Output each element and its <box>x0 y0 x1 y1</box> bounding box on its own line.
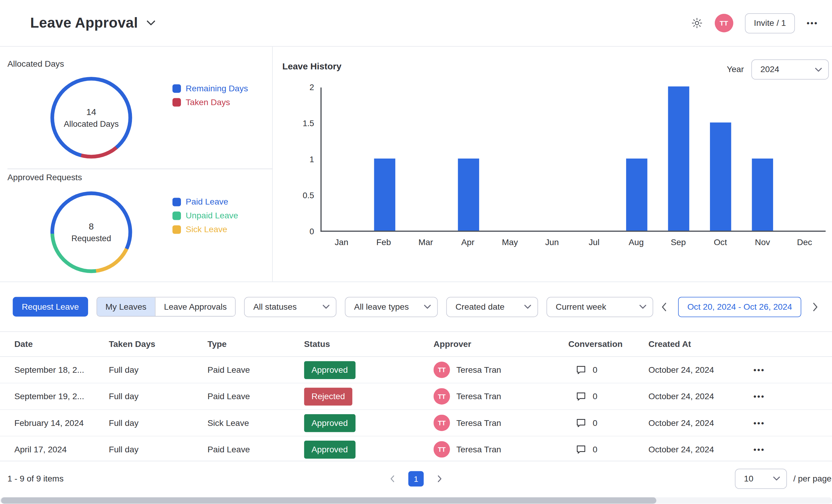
table-header-row: DateTaken DaysTypeStatusApproverConversa… <box>0 332 832 357</box>
legend-swatch <box>173 98 181 107</box>
chart-column <box>784 87 826 231</box>
horizontal-scrollbar <box>0 497 832 504</box>
next-week-button[interactable] <box>813 303 817 311</box>
bar-plot <box>320 87 826 231</box>
approved-legend: Paid LeaveUnpaid LeaveSick Leave <box>173 197 238 234</box>
page-1-button[interactable]: 1 <box>408 471 423 486</box>
chart-column <box>658 87 700 231</box>
approver-name: Teresa Tran <box>456 365 501 374</box>
next-page-button[interactable] <box>437 475 442 482</box>
x-tick-label: Oct <box>699 237 742 247</box>
status-badge[interactable]: Approved <box>304 414 355 432</box>
chart-column <box>532 87 574 231</box>
legend-item: Remaining Days <box>173 84 248 93</box>
request-leave-button[interactable]: Request Leave <box>12 297 88 316</box>
cell-date: February 14, 2024 <box>15 418 109 428</box>
cell-taken-days: Full day <box>109 365 207 374</box>
cell-conversation[interactable]: 0 <box>568 418 649 428</box>
date-range-button[interactable]: Oct 20, 2024 - Oct 26, 2024 <box>678 297 801 317</box>
board-title-wrap[interactable]: Leave Approval <box>30 15 155 31</box>
table-row[interactable]: April 17, 2024Full dayPaid LeaveApproved… <box>0 437 832 463</box>
row-actions-button[interactable]: ••• <box>749 392 832 401</box>
bar-oct[interactable] <box>710 122 731 231</box>
x-tick-label: May <box>489 237 531 247</box>
x-tick-label: Nov <box>742 237 784 247</box>
status-badge[interactable]: Approved <box>304 361 355 379</box>
status-badge[interactable]: Approved <box>304 440 355 458</box>
column-header-approver[interactable]: Approver <box>434 339 568 349</box>
year-select[interactable]: 2024 <box>751 59 829 80</box>
bar-nov[interactable] <box>752 159 773 231</box>
previous-page-button[interactable] <box>390 475 394 482</box>
legend-swatch <box>173 225 181 234</box>
cell-conversation[interactable]: 0 <box>568 365 649 375</box>
board-menu-icon[interactable]: ••• <box>807 19 818 28</box>
approver-avatar: TT <box>434 362 450 378</box>
conversation-count: 0 <box>593 418 598 428</box>
tab-leave-approvals[interactable]: Leave Approvals <box>155 297 235 316</box>
settings-gear-icon[interactable] <box>691 17 703 29</box>
row-actions-button[interactable]: ••• <box>749 365 832 374</box>
status-filter-select[interactable]: All statuses <box>244 297 337 317</box>
bar-apr[interactable] <box>458 159 479 231</box>
tab-my-leaves[interactable]: My Leaves <box>97 297 155 316</box>
previous-week-button[interactable] <box>662 303 667 311</box>
row-actions-button[interactable]: ••• <box>749 445 832 454</box>
allocated-center-label: Allocated Days <box>64 119 119 129</box>
title-chevron-down-icon[interactable] <box>147 18 155 28</box>
conversation-count: 0 <box>593 445 598 454</box>
invite-button[interactable]: Invite / 1 <box>745 13 795 33</box>
column-header-type[interactable]: Type <box>207 339 304 349</box>
bar-aug[interactable] <box>626 159 647 231</box>
leave-history-panel: Leave History Year 2024 00.511.52 JanFeb… <box>272 47 832 281</box>
conversation-count: 0 <box>593 365 598 374</box>
user-avatar[interactable]: TT <box>714 14 733 32</box>
cell-created-at: October 24, 2024 <box>648 445 749 454</box>
conversation-count: 0 <box>593 392 598 401</box>
cell-conversation[interactable]: 0 <box>568 444 649 454</box>
date-range-nav: Oct 20, 2024 - Oct 26, 2024 <box>662 297 820 317</box>
column-header-conversation[interactable]: Conversation <box>568 339 649 349</box>
table-row[interactable]: February 14, 2024Full daySick LeaveAppro… <box>0 410 832 437</box>
period-filter-select[interactable]: Current week <box>547 297 653 317</box>
page-size-select[interactable]: 10 <box>735 469 787 489</box>
chart-x-axis: JanFebMarAprMayJunJulAugSepOctNovDec <box>320 237 826 247</box>
allocated-legend: Remaining DaysTaken Days <box>173 84 248 107</box>
cell-created-at: October 24, 2024 <box>648 365 749 374</box>
page-title: Leave Approval <box>30 15 138 31</box>
column-header-date[interactable]: Date <box>15 339 109 349</box>
x-tick-label: Jun <box>531 237 573 247</box>
cell-type: Paid Leave <box>207 445 304 454</box>
legend-item: Sick Leave <box>173 225 238 234</box>
chevron-down-icon <box>815 67 822 72</box>
comment-bubble-icon <box>576 391 586 401</box>
header-actions: TT Invite / 1 ••• <box>691 13 818 33</box>
bar-sep[interactable] <box>668 86 689 231</box>
legend-label: Taken Days <box>186 97 230 107</box>
table-row[interactable]: September 19, 2...Full dayPaid LeaveReje… <box>0 383 832 410</box>
cell-status: Rejected <box>304 388 434 405</box>
column-header-created-at[interactable]: Created At <box>648 339 749 349</box>
cell-conversation[interactable]: 0 <box>568 391 649 401</box>
date-field-filter-select[interactable]: Created date <box>446 297 538 317</box>
table-row[interactable]: September 18, 2...Full dayPaid LeaveAppr… <box>0 357 832 383</box>
status-filter-value: All statuses <box>253 302 297 311</box>
page-size-value: 10 <box>744 474 753 483</box>
horizontal-scrollbar-thumb[interactable] <box>1 497 656 504</box>
cell-type: Sick Leave <box>207 418 304 428</box>
allocated-center-value: 14 <box>86 107 96 117</box>
leave-type-filter-select[interactable]: All leave types <box>345 297 438 317</box>
row-actions-button[interactable]: ••• <box>749 418 832 427</box>
status-badge[interactable]: Rejected <box>304 388 353 405</box>
chevron-left-icon <box>662 303 667 311</box>
column-header-status[interactable]: Status <box>304 339 434 349</box>
approved-requests-title: Approved Requests <box>7 173 82 182</box>
approved-center-value: 8 <box>89 221 94 232</box>
page: Leave Approval TT Invite / 1 ••• Allocat… <box>0 0 832 504</box>
legend-swatch <box>173 198 181 206</box>
column-header-taken-days[interactable]: Taken Days <box>109 339 207 349</box>
approver-avatar: TT <box>434 441 450 458</box>
chart-title: Leave History <box>282 62 341 72</box>
allocated-days-donut-chart: 14 Allocated Days <box>51 77 132 159</box>
bar-feb[interactable] <box>374 159 395 231</box>
